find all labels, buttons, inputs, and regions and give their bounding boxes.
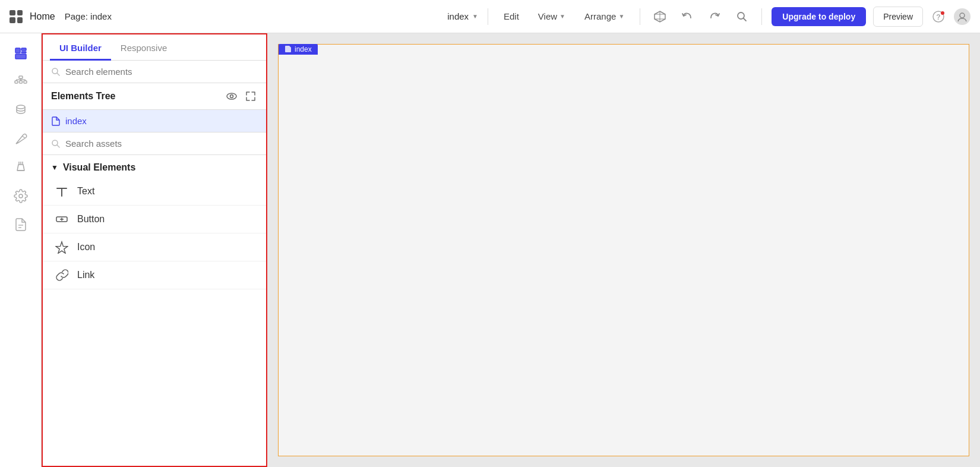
topbar: Home Page: index index ▼ Edit View ▼ Arr…: [0, 0, 980, 33]
svg-point-9: [960, 13, 965, 18]
edit-button[interactable]: Edit: [498, 9, 525, 24]
preview-button[interactable]: Preview: [873, 7, 923, 27]
panel-tabs: UI Builder Responsive: [43, 34, 266, 61]
svg-line-36: [57, 145, 59, 147]
canvas-page-tab-label: index: [295, 45, 312, 53]
canvas-page-tab: index: [279, 44, 318, 55]
visual-elements-title: Visual Elements: [63, 162, 135, 173]
component-icon-label: Icon: [77, 242, 95, 253]
undo-button[interactable]: [677, 7, 697, 27]
text-icon: [55, 185, 69, 198]
svg-point-28: [19, 194, 23, 198]
sidebar-item-plugin[interactable]: [8, 154, 34, 181]
component-link[interactable]: Link: [43, 261, 266, 289]
divider2: [640, 8, 640, 25]
upgrade-button[interactable]: Upgrade to deploy: [772, 7, 866, 26]
svg-rect-14: [19, 76, 23, 78]
canvas-area: index: [267, 33, 980, 467]
tree-item-document-icon: [51, 116, 61, 126]
svg-text:?: ?: [936, 12, 940, 21]
link-icon: [55, 269, 69, 282]
elements-tree-title: Elements Tree: [51, 91, 225, 102]
svg-line-32: [57, 73, 59, 75]
search-assets-input[interactable]: [65, 138, 258, 149]
svg-point-8: [941, 11, 944, 15]
svg-line-24: [22, 136, 25, 138]
help-button[interactable]: ?: [930, 8, 947, 25]
component-text[interactable]: Text: [43, 178, 266, 206]
tree-item-label: index: [65, 116, 87, 126]
elements-tree-header: Elements Tree: [43, 83, 266, 110]
canvas-page: index: [278, 44, 969, 456]
main-layout: UI Builder Responsive Elements Tree: [0, 33, 980, 467]
svg-point-33: [227, 93, 236, 99]
cube-icon-button[interactable]: [650, 7, 670, 27]
search-assets-icon: [51, 139, 61, 149]
component-link-label: Link: [77, 270, 94, 280]
component-icon[interactable]: Icon: [43, 234, 266, 261]
search-button[interactable]: [732, 7, 752, 27]
tab-ui-builder[interactable]: UI Builder: [50, 34, 111, 61]
page-select-value: index: [447, 11, 469, 21]
component-list: Text Button: [43, 178, 266, 466]
visual-elements-header: ▼ Visual Elements: [43, 155, 266, 178]
home-label: Home: [30, 11, 55, 22]
canvas-page-doc-icon: [284, 45, 292, 53]
eye-icon-button[interactable]: [225, 89, 239, 103]
sidebar-item-document[interactable]: [8, 212, 34, 238]
sidebar-item-ui-builder[interactable]: [8, 40, 34, 67]
svg-point-34: [230, 95, 233, 98]
page-label: Page: index: [65, 11, 112, 21]
svg-rect-16: [19, 81, 22, 83]
arrange-button[interactable]: Arrange ▼: [578, 9, 630, 24]
search-elements-icon: [51, 67, 61, 77]
sidebar-item-paint[interactable]: [8, 126, 34, 152]
svg-line-5: [744, 18, 747, 21]
home-grid-icon: [10, 10, 23, 23]
component-button[interactable]: Button: [43, 206, 266, 234]
user-avatar[interactable]: [954, 8, 970, 25]
search-assets-box: [43, 132, 266, 155]
sidebar-item-database[interactable]: [8, 97, 34, 124]
svg-rect-17: [24, 81, 27, 83]
page-select[interactable]: index ▼: [447, 11, 478, 21]
elements-tree-actions: [225, 89, 258, 103]
collapse-icon: ▼: [51, 163, 58, 172]
left-panel: UI Builder Responsive Elements Tree: [42, 33, 267, 467]
expand-icon-button[interactable]: [244, 89, 258, 103]
search-elements-box: [43, 61, 266, 83]
tab-responsive[interactable]: Responsive: [111, 34, 176, 61]
sidebar-item-settings[interactable]: [8, 183, 34, 209]
tree-item-index[interactable]: index: [43, 110, 266, 132]
redo-button[interactable]: [704, 7, 725, 27]
icon-sidebar: [0, 33, 42, 467]
sidebar-item-hierarchy[interactable]: [8, 69, 34, 95]
svg-rect-15: [15, 81, 18, 83]
search-elements-input[interactable]: [65, 67, 258, 77]
view-chevron-icon: ▼: [559, 13, 565, 20]
icon-icon: [55, 241, 69, 254]
divider: [488, 8, 488, 25]
divider3: [761, 8, 762, 25]
view-button[interactable]: View ▼: [532, 9, 571, 24]
arrange-chevron-icon: ▼: [618, 13, 624, 20]
component-text-label: Text: [77, 186, 94, 197]
svg-point-23: [17, 105, 25, 109]
chevron-down-icon: ▼: [472, 13, 478, 20]
button-icon: [55, 213, 69, 226]
component-button-label: Button: [77, 214, 105, 225]
